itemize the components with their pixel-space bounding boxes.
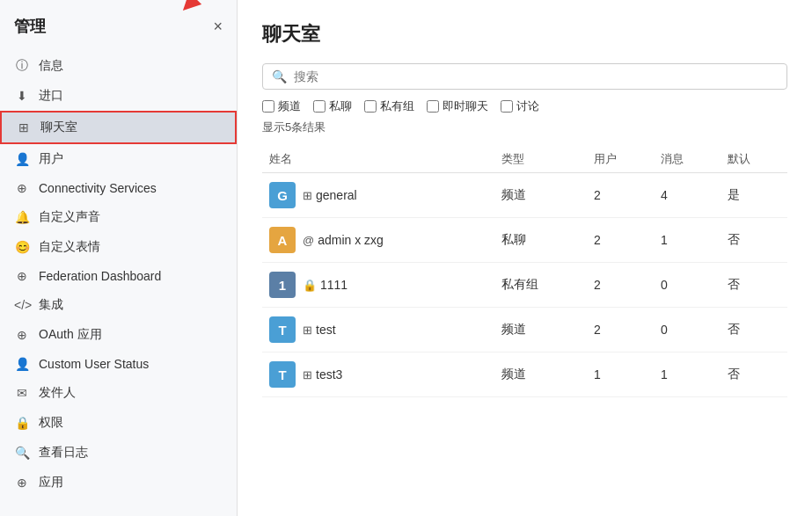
sidebar-nav: ⓘ信息⬇进口⊞聊天室👤用户⊕Connectivity Services🔔自定义声… [0, 47, 237, 516]
sidebar-item-rooms[interactable]: ⊞聊天室 [0, 111, 237, 144]
sender-icon: ✉ [14, 386, 30, 400]
sidebar-item-permissions[interactable]: 🔒权限 [0, 408, 237, 438]
table-row[interactable]: G ⊞ general 频道24是 [262, 173, 787, 218]
sidebar-item-sender[interactable]: ✉发件人 [0, 378, 237, 408]
table-body: G ⊞ general 频道24是 A @ admin x zxg 私聊21否 … [262, 173, 787, 397]
filter-label-instant: 即时聊天 [443, 98, 488, 114]
sidebar-item-integration[interactable]: </>集成 [0, 290, 237, 320]
room-name-text: ⊞ test3 [303, 367, 342, 382]
sidebar-item-label-integration: 集成 [39, 297, 63, 313]
room-name: test [316, 323, 336, 337]
filter-label-private-group: 私有组 [380, 98, 414, 114]
info-icon: ⓘ [14, 58, 30, 74]
room-messages: 1 [654, 352, 721, 397]
sidebar-item-label-sender: 发件人 [39, 385, 76, 401]
table-row[interactable]: T ⊞ test3 频道11否 [262, 352, 787, 397]
sidebar-item-sound[interactable]: 🔔自定义声音 [0, 202, 237, 232]
search-input[interactable] [294, 69, 778, 84]
federation-icon: ⊕ [14, 269, 30, 283]
filter-checkbox-channel[interactable] [262, 100, 274, 113]
filter-label-discussion: 讨论 [516, 98, 539, 114]
sidebar-item-emoji[interactable]: 😊自定义表情 [0, 232, 237, 262]
svg-line-0 [238, 0, 242, 4]
filter-discussion[interactable]: 讨论 [501, 98, 539, 114]
col-header-默认: 默认 [721, 146, 787, 173]
sidebar-header: 管理 × [0, 0, 237, 47]
sidebar-item-logs[interactable]: 🔍查看日志 [0, 438, 237, 468]
filter-checkbox-discussion[interactable] [501, 100, 513, 113]
table-header: 姓名类型用户消息默认 [262, 146, 787, 173]
sidebar: 管理 × ⓘ信息⬇进口⊞聊天室👤用户⊕Connectivity Services… [0, 0, 238, 516]
room-type-icon: @ [303, 234, 314, 247]
filter-channel[interactable]: 频道 [262, 98, 301, 114]
filter-private-msg[interactable]: 私聊 [313, 98, 352, 114]
room-users: 2 [587, 218, 654, 263]
close-button[interactable]: × [213, 18, 223, 34]
filter-label-private-msg: 私聊 [329, 98, 352, 114]
filter-checkbox-instant[interactable] [427, 100, 439, 113]
sidebar-item-label-info: 信息 [39, 58, 63, 74]
room-type-icon: ⊞ [303, 189, 312, 202]
sidebar-item-apps[interactable]: ⊕应用 [0, 468, 237, 498]
sidebar-item-connectivity[interactable]: ⊕Connectivity Services [0, 174, 237, 202]
table-row[interactable]: A @ admin x zxg 私聊21否 [262, 218, 787, 263]
room-name-text: @ admin x zxg [303, 233, 384, 247]
red-arrow-annotation [238, 0, 268, 18]
page-title: 聊天室 [262, 21, 787, 47]
sidebar-item-label-logs: 查看日志 [39, 445, 88, 461]
table-row[interactable]: T ⊞ test 频道20否 [262, 308, 787, 352]
sidebar-item-federation[interactable]: ⊕Federation Dashboard [0, 262, 237, 290]
filter-label-channel: 频道 [278, 98, 301, 114]
room-type: 私聊 [494, 218, 587, 263]
col-header-姓名: 姓名 [262, 146, 494, 173]
sidebar-item-label-emoji: 自定义表情 [39, 239, 100, 255]
room-users: 1 [587, 352, 654, 397]
sidebar-item-users[interactable]: 👤用户 [0, 144, 237, 174]
main-content: 聊天室 🔍 频道私聊私有组即时聊天讨论 显示5条结果 姓名类型用户消息默认 G … [238, 0, 812, 516]
users-icon: 👤 [14, 152, 30, 166]
permissions-icon: 🔒 [14, 416, 30, 430]
sidebar-item-label-federation: Federation Dashboard [39, 269, 161, 283]
custom-status-icon: 👤 [14, 357, 30, 371]
table-row[interactable]: 1 🔒 1111 私有组20否 [262, 263, 787, 308]
emoji-icon: 😊 [14, 240, 30, 254]
sidebar-item-label-sound: 自定义声音 [39, 209, 100, 225]
room-name-cell: T ⊞ test [262, 308, 494, 352]
sidebar-item-import[interactable]: ⬇进口 [0, 81, 237, 111]
sidebar-item-info[interactable]: ⓘ信息 [0, 51, 237, 81]
filter-checkbox-private-group[interactable] [364, 100, 377, 113]
sound-icon: 🔔 [14, 210, 30, 224]
sidebar-item-label-users: 用户 [39, 151, 63, 167]
room-messages: 0 [654, 308, 721, 352]
filter-instant[interactable]: 即时聊天 [427, 98, 488, 114]
room-type-icon: 🔒 [303, 279, 317, 292]
room-name-cell: G ⊞ general [262, 173, 494, 218]
room-name-text: ⊞ general [303, 188, 357, 202]
sidebar-item-label-connectivity: Connectivity Services [39, 181, 157, 195]
room-default: 否 [721, 263, 787, 308]
room-name: test3 [316, 367, 342, 382]
room-messages: 1 [654, 218, 721, 263]
sidebar-item-oauth[interactable]: ⊕OAuth 应用 [0, 320, 237, 350]
room-type-icon: ⊞ [303, 323, 312, 337]
room-name-cell: 1 🔒 1111 [262, 263, 494, 308]
filter-private-group[interactable]: 私有组 [364, 98, 414, 114]
room-name-cell: T ⊞ test3 [262, 352, 494, 397]
room-users: 2 [587, 173, 654, 218]
sidebar-item-label-custom-status: Custom User Status [39, 357, 149, 371]
room-avatar: 1 [269, 272, 296, 298]
sidebar-item-custom-status[interactable]: 👤Custom User Status [0, 350, 237, 378]
room-messages: 0 [654, 263, 721, 308]
filter-row: 频道私聊私有组即时聊天讨论 [262, 98, 787, 114]
sidebar-item-label-rooms: 聊天室 [40, 120, 77, 135]
room-type: 频道 [494, 173, 587, 218]
room-name: 1111 [320, 278, 347, 292]
room-name: admin x zxg [318, 233, 384, 247]
apps-icon: ⊕ [14, 476, 30, 490]
filter-checkbox-private-msg[interactable] [313, 100, 326, 113]
logs-icon: 🔍 [14, 446, 30, 460]
search-bar: 🔍 [262, 63, 787, 90]
room-name-cell: A @ admin x zxg [262, 218, 494, 263]
connectivity-icon: ⊕ [14, 181, 30, 195]
rooms-icon: ⊞ [16, 120, 32, 134]
